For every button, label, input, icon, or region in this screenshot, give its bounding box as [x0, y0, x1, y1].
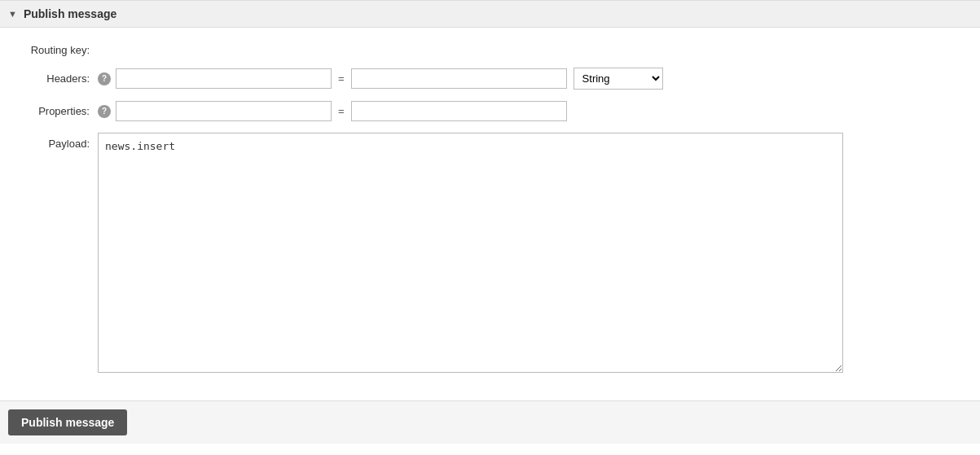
properties-equals: =: [338, 105, 345, 117]
footer-area: Publish message: [0, 400, 980, 444]
page-container: ▼ Publish message Routing key: Headers: …: [0, 0, 980, 455]
routing-key-row: Routing key:: [8, 44, 972, 56]
properties-label: Properties:: [8, 105, 98, 117]
properties-key-input[interactable]: [116, 101, 332, 121]
properties-row: Properties: ? =: [8, 101, 972, 121]
headers-help-icon[interactable]: ?: [98, 72, 111, 85]
payload-textarea[interactable]: [98, 133, 843, 373]
headers-type-select[interactable]: String Number Boolean: [573, 68, 663, 90]
headers-key-input[interactable]: [116, 68, 332, 89]
payload-row: Payload:: [8, 133, 972, 373]
headers-label: Headers:: [8, 72, 98, 85]
chevron-icon: ▼: [8, 9, 17, 19]
section-header[interactable]: ▼ Publish message: [0, 0, 980, 28]
headers-equals: =: [338, 72, 345, 85]
properties-value-input[interactable]: [351, 101, 567, 121]
headers-row: Headers: ? = String Number Boolean: [8, 68, 972, 90]
routing-key-label: Routing key:: [8, 44, 98, 56]
properties-help-icon[interactable]: ?: [98, 105, 111, 118]
section-title: Publish message: [24, 7, 116, 20]
headers-value-input[interactable]: [351, 68, 567, 89]
publish-message-button[interactable]: Publish message: [8, 409, 127, 435]
form-area: Routing key: Headers: ? = String Number …: [0, 28, 980, 400]
payload-label: Payload:: [8, 133, 98, 150]
